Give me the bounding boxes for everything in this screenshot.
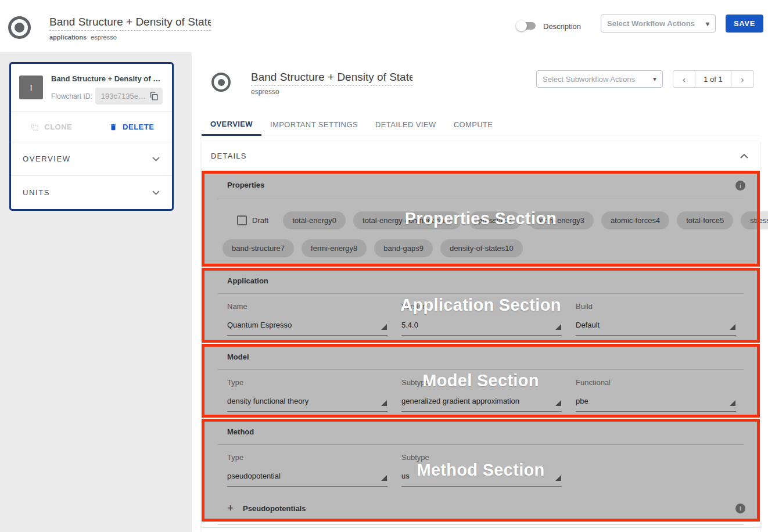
clone-button-label: CLONE: [44, 123, 72, 131]
annotation-properties-section: Properties Section: [202, 171, 760, 267]
annotation-label: Properties Section: [405, 209, 557, 228]
sidebar-item-units[interactable]: UNITS: [11, 176, 172, 209]
chevron-right-icon: ›: [741, 74, 744, 84]
app-logo-icon: [8, 16, 31, 39]
subworkflow-subtitle: espresso: [251, 88, 279, 96]
annotation-label: Method Section: [417, 461, 544, 480]
unit-title: Band Structure + Density of …: [51, 73, 163, 83]
subworkflow-actions-select[interactable]: Select Subworkflow Actions ▾: [536, 70, 663, 88]
next-section-divider: [202, 527, 760, 528]
subworkflow-logo-icon: [211, 73, 231, 92]
tab-important-settings[interactable]: IMPORTANT SETTINGS: [261, 114, 367, 135]
chevron-up-icon: [740, 153, 748, 159]
toggle-knob: [516, 20, 527, 31]
pager-next-button[interactable]: ›: [731, 70, 754, 88]
clone-icon: [30, 123, 39, 131]
workflow-title-text[interactable]: Band Structure + Density of States: [49, 16, 211, 31]
save-button[interactable]: SAVE: [726, 15, 763, 33]
sidebar: I Band Structure + Density of … Flowchar…: [0, 52, 192, 532]
sidebar-item-overview[interactable]: OVERVIEW: [11, 142, 172, 175]
card-actions: CLONE DELETE: [11, 112, 172, 142]
breadcrumb-app: espresso: [91, 34, 117, 41]
breadcrumb: applications espresso: [49, 34, 117, 41]
workflow-title[interactable]: Band Structure + Density of States: [49, 16, 211, 34]
flowchart-id-label: Flowchart ID:: [51, 92, 92, 100]
flowchart-id-value: 193c7135e…: [101, 92, 146, 100]
annotation-method-section: Method Section: [202, 419, 760, 522]
annotation-application-section: Application Section: [202, 268, 760, 343]
caret-down-icon: ▾: [706, 20, 709, 28]
tab-overview[interactable]: OVERVIEW: [202, 114, 261, 136]
chevron-down-icon: [152, 190, 160, 195]
breadcrumb-category: applications: [49, 34, 87, 41]
tab-compute[interactable]: COMPUTE: [445, 114, 502, 135]
subworkflow-title[interactable]: Band Structure + Density of States: [251, 71, 412, 89]
unit-info: Band Structure + Density of … Flowchart …: [51, 73, 163, 105]
description-toggle[interactable]: [516, 20, 537, 31]
units-accordion-label: UNITS: [23, 188, 50, 197]
annotation-label: Model Section: [422, 371, 539, 390]
top-bar: Band Structure + Density of States appli…: [0, 0, 768, 52]
caret-down-icon: ▾: [653, 75, 656, 83]
workflow-actions-select[interactable]: Select Workflow Actions ▾: [601, 15, 716, 33]
chevron-left-icon: ‹: [683, 74, 686, 84]
unit-summary-row: I Band Structure + Density of … Flowchar…: [11, 64, 172, 112]
collapse-details-button[interactable]: [738, 151, 751, 161]
delete-button-label: DELETE: [123, 123, 154, 131]
pager-prev-button[interactable]: ‹: [673, 70, 695, 88]
tab-bar: OVERVIEW IMPORTANT SETTINGS DETAILED VIE…: [202, 114, 760, 135]
main-panel: Band Structure + Density of States espre…: [192, 52, 768, 532]
delete-button[interactable]: DELETE: [92, 123, 173, 132]
copy-icon[interactable]: [149, 91, 159, 101]
overview-accordion-label: OVERVIEW: [23, 154, 71, 163]
section-divider: [218, 524, 744, 525]
subworkflow-actions-label: Select Subworkflow Actions: [543, 75, 635, 84]
flowchart-id-field[interactable]: 193c7135e…: [95, 88, 163, 105]
description-toggle-label: Description: [543, 22, 581, 31]
clone-button[interactable]: CLONE: [11, 123, 92, 131]
annotation-label: Application Section: [400, 296, 561, 315]
subworkflow-pager: ‹ 1 of 1 ›: [673, 70, 754, 88]
unit-card: I Band Structure + Density of … Flowchar…: [9, 62, 174, 211]
unit-badge: I: [19, 76, 43, 99]
flowchart-id-row: Flowchart ID: 193c7135e…: [51, 88, 163, 105]
trash-icon: [109, 123, 117, 132]
chevron-down-icon: [152, 157, 160, 161]
tab-detailed-view[interactable]: DETAILED VIEW: [367, 114, 445, 135]
workflow-actions-label: Select Workflow Actions: [607, 19, 695, 28]
annotation-model-section: Model Section: [202, 344, 760, 418]
pager-page-label: 1 of 1: [695, 70, 731, 88]
details-title: DETAILS: [211, 152, 247, 160]
details-header: DETAILS: [202, 141, 760, 170]
subworkflow-title-text[interactable]: Band Structure + Density of States: [251, 71, 412, 86]
